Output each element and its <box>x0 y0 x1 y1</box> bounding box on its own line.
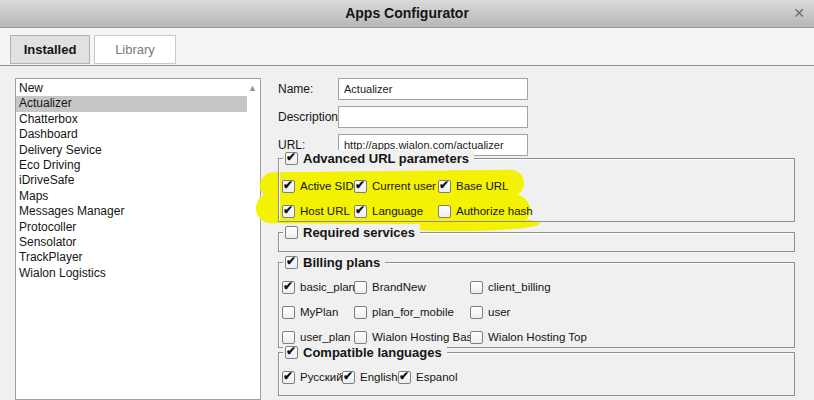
app-detail-panel: Name: Description: URL: Advanced URL par… <box>270 66 814 400</box>
checkbox-host-url[interactable]: Host URL <box>282 202 354 220</box>
checkbox-box <box>398 371 411 384</box>
checkbox-row: basic_planBrandNewclient_billing <box>282 278 791 296</box>
checkbox-brandnew[interactable]: BrandNew <box>354 278 470 296</box>
checkbox-label: Authorize hash <box>456 205 533 217</box>
section-legend-required: Required services <box>283 224 420 240</box>
checkbox-box <box>354 281 367 294</box>
section-legend-text: Required services <box>303 225 415 240</box>
list-item[interactable]: Sensolator <box>16 235 247 250</box>
checkbox-espanol[interactable]: Espanol <box>398 368 458 386</box>
list-item[interactable]: Delivery Sevice <box>16 143 247 158</box>
checkbox-box <box>282 371 295 384</box>
list-item[interactable]: New <box>16 81 247 96</box>
titlebar: Apps Configurator ✕ <box>0 0 814 28</box>
checkbox-label: Active SID <box>300 180 354 192</box>
section-advanced: Advanced URL parametersActive SIDCurrent… <box>278 158 795 222</box>
name-label: Name: <box>278 78 338 100</box>
section-billing: Billing plansbasic_planBrandNewclient_bi… <box>278 262 795 348</box>
checkbox-label: basic_plan <box>300 281 355 293</box>
checkbox-box <box>282 205 295 218</box>
section-legend-advanced: Advanced URL parameters <box>283 150 474 166</box>
checkbox-box <box>470 306 483 319</box>
checkbox-box <box>470 281 483 294</box>
checkbox-label: user_plan <box>300 331 351 343</box>
checkbox-box <box>282 331 295 344</box>
checkbox-language[interactable]: Language <box>354 202 438 220</box>
section-legend-text: Compatible languages <box>303 345 442 360</box>
list-item[interactable]: Eco Driving <box>16 158 247 173</box>
checkbox-label: Language <box>372 205 423 217</box>
description-row: Description: <box>278 106 795 128</box>
section-toggle-required[interactable] <box>285 226 298 239</box>
checkbox-русский[interactable]: Русский <box>282 368 342 386</box>
name-input[interactable] <box>338 78 528 100</box>
list-item[interactable]: iDriveSafe <box>16 173 247 188</box>
checkbox-user[interactable]: user <box>470 303 510 321</box>
checkbox-basic-plan[interactable]: basic_plan <box>282 278 354 296</box>
scroll-up-icon[interactable]: ▲ <box>248 83 257 93</box>
window-title: Apps Configurator <box>345 5 469 21</box>
name-row: Name: <box>278 78 795 100</box>
list-item[interactable]: TrackPlayer <box>16 250 247 265</box>
checkbox-client-billing[interactable]: client_billing <box>470 278 551 296</box>
checkbox-label: Русский <box>300 371 343 383</box>
checkbox-label: user <box>488 306 510 318</box>
section-toggle-advanced[interactable] <box>285 152 298 165</box>
app-list: NewActualizerChatterboxDashboardDelivery… <box>15 78 261 400</box>
list-item[interactable]: Protocoller <box>16 220 247 235</box>
list-item[interactable]: Wialon Logistics <box>16 266 247 281</box>
checkbox-box <box>282 281 295 294</box>
checkbox-box <box>354 180 367 193</box>
description-input[interactable] <box>338 106 528 128</box>
checkbox-myplan[interactable]: MyPlan <box>282 303 354 321</box>
checkbox-label: MyPlan <box>300 306 338 318</box>
checkbox-label: Wialon Hosting Base <box>372 331 479 343</box>
checkbox-box <box>354 205 367 218</box>
checkbox-current-user[interactable]: Current user <box>354 177 438 195</box>
checkbox-label: English <box>360 371 398 383</box>
checkbox-box <box>282 180 295 193</box>
checkbox-label: Wialon Hosting Top <box>488 331 587 343</box>
checkbox-english[interactable]: English <box>342 368 398 386</box>
list-item-selected[interactable]: Actualizer <box>16 96 247 111</box>
checkbox-authorize-hash[interactable]: Authorize hash <box>438 202 533 220</box>
checkbox-label: plan_for_mobile <box>372 306 454 318</box>
section-legend-billing: Billing plans <box>283 254 385 270</box>
checkbox-box <box>438 180 451 193</box>
checkbox-row: Host URLLanguageAuthorize hash <box>282 202 791 220</box>
section-languages: Compatible languagesРусскийEnglishEspano… <box>278 352 795 396</box>
tab-installed[interactable]: Installed <box>10 35 90 64</box>
section-legend-text: Billing plans <box>303 255 380 270</box>
checkbox-row: Active SIDCurrent userBase URL <box>282 177 791 195</box>
section-rows: Active SIDCurrent userBase URLHost URLLa… <box>278 158 795 220</box>
checkbox-base-url[interactable]: Base URL <box>438 177 508 195</box>
list-item[interactable]: Messages Manager <box>16 204 247 219</box>
checkbox-plan-for-mobile[interactable]: plan_for_mobile <box>354 303 470 321</box>
list-item[interactable]: Maps <box>16 189 247 204</box>
section-legend-text: Advanced URL parameters <box>303 151 469 166</box>
list-item[interactable]: Chatterbox <box>16 112 247 127</box>
checkbox-wialon-hosting-top[interactable]: Wialon Hosting Top <box>470 328 587 346</box>
checkbox-row: MyPlanplan_for_mobileuser <box>282 303 791 321</box>
checkbox-box <box>342 371 355 384</box>
checkbox-active-sid[interactable]: Active SID <box>282 177 354 195</box>
section-toggle-billing[interactable] <box>285 256 298 269</box>
app-list-items: NewActualizerChatterboxDashboardDelivery… <box>16 81 260 281</box>
tabbar: Installed Library <box>0 28 814 66</box>
checkbox-box <box>282 306 295 319</box>
checkbox-label: BrandNew <box>372 281 426 293</box>
checkbox-row: РусскийEnglishEspanol <box>282 368 791 386</box>
tab-library[interactable]: Library <box>94 35 176 64</box>
section-required: Required services <box>278 232 795 252</box>
section-toggle-languages[interactable] <box>285 346 298 359</box>
checkbox-label: Base URL <box>456 180 508 192</box>
checkbox-box <box>354 306 367 319</box>
description-label: Description: <box>278 106 338 128</box>
sections: Advanced URL parametersActive SIDCurrent… <box>278 158 795 396</box>
checkbox-box <box>470 331 483 344</box>
checkbox-label: Espanol <box>416 371 458 383</box>
content-area: NewActualizerChatterboxDashboardDelivery… <box>0 66 814 400</box>
close-icon[interactable]: ✕ <box>793 0 805 27</box>
section-legend-languages: Compatible languages <box>283 344 447 360</box>
list-item[interactable]: Dashboard <box>16 127 247 142</box>
